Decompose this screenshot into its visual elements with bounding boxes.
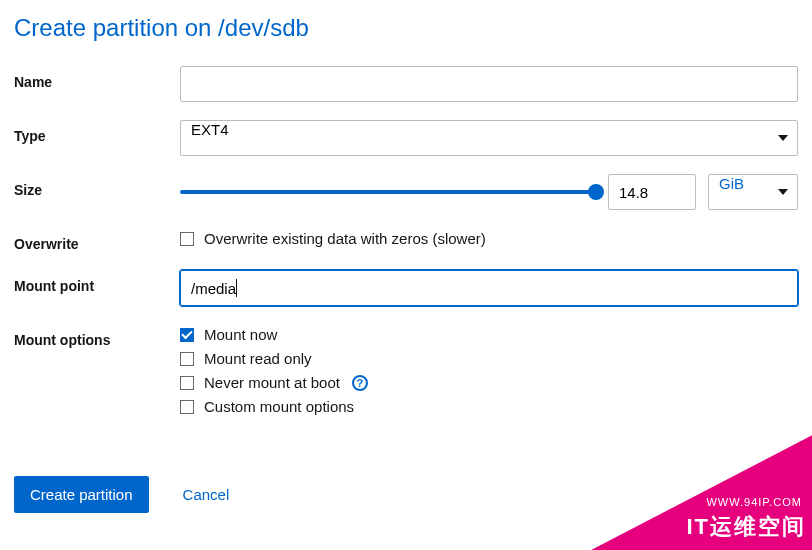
page-title: Create partition on /dev/sdb: [14, 14, 798, 42]
mount-now-label: Mount now: [204, 324, 277, 346]
size-unit-select[interactable]: GiB: [708, 174, 798, 210]
size-slider[interactable]: [180, 190, 596, 194]
overwrite-checkbox[interactable]: [180, 232, 194, 246]
custom-mount-label: Custom mount options: [204, 396, 354, 418]
size-slider-thumb[interactable]: [588, 184, 604, 200]
row-mount-point: Mount point /media: [14, 270, 798, 306]
label-mount-options: Mount options: [14, 324, 180, 348]
watermark-text: IT运维空间: [686, 512, 806, 542]
type-select[interactable]: EXT4: [180, 120, 798, 156]
never-mount-boot-checkbox[interactable]: [180, 376, 194, 390]
row-mount-options: Mount options Mount now Mount read only …: [14, 324, 798, 420]
name-input[interactable]: [180, 66, 798, 102]
label-overwrite: Overwrite: [14, 228, 180, 252]
mount-read-only-option[interactable]: Mount read only: [180, 348, 798, 370]
mount-now-checkbox[interactable]: [180, 328, 194, 342]
never-mount-boot-option[interactable]: Never mount at boot ?: [180, 372, 798, 394]
mount-now-option[interactable]: Mount now: [180, 324, 798, 346]
label-mount-point: Mount point: [14, 270, 180, 294]
label-type: Type: [14, 120, 180, 144]
text-cursor: [236, 279, 237, 297]
row-name: Name: [14, 66, 798, 102]
custom-mount-option[interactable]: Custom mount options: [180, 396, 798, 418]
custom-mount-checkbox[interactable]: [180, 400, 194, 414]
cancel-button[interactable]: Cancel: [183, 486, 230, 503]
never-mount-boot-label: Never mount at boot: [204, 372, 340, 394]
overwrite-option[interactable]: Overwrite existing data with zeros (slow…: [180, 228, 798, 250]
help-icon[interactable]: ?: [352, 375, 368, 391]
actions-row: Create partition Cancel: [14, 476, 798, 513]
create-partition-button[interactable]: Create partition: [14, 476, 149, 513]
row-overwrite: Overwrite Overwrite existing data with z…: [14, 228, 798, 252]
mount-point-input[interactable]: /media: [180, 270, 798, 306]
overwrite-label-text: Overwrite existing data with zeros (slow…: [204, 228, 486, 250]
mount-read-only-label: Mount read only: [204, 348, 312, 370]
row-size: Size GiB: [14, 174, 798, 210]
size-value-input[interactable]: [608, 174, 696, 210]
label-size: Size: [14, 174, 180, 198]
row-type: Type EXT4: [14, 120, 798, 156]
label-name: Name: [14, 66, 180, 90]
mount-point-value: /media: [191, 280, 236, 297]
mount-read-only-checkbox[interactable]: [180, 352, 194, 366]
